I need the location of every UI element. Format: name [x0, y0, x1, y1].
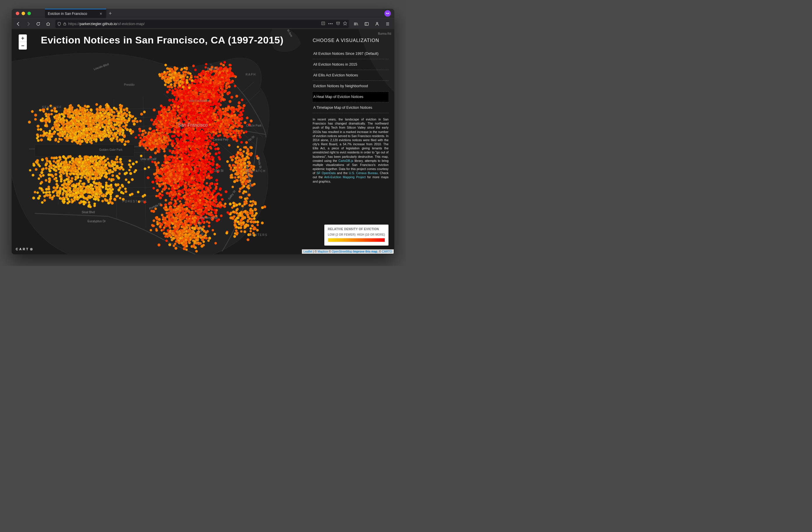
viz-option-5[interactable]: A Timelapse Map of Eviction Notices [313, 102, 389, 113]
svg-point-4836 [119, 158, 122, 161]
svg-point-5498 [92, 190, 95, 193]
svg-point-5009 [128, 169, 131, 171]
viz-option-4[interactable]: A Heat Map of Eviction Notices [313, 91, 389, 102]
link-antieviction[interactable]: Anti-Eviction Mapping Project [324, 175, 366, 179]
svg-point-3129 [191, 207, 194, 210]
back-button[interactable] [14, 19, 23, 28]
svg-point-4963 [80, 176, 83, 179]
svg-point-5887 [174, 129, 176, 131]
svg-point-5762 [150, 141, 153, 144]
svg-point-4831 [55, 166, 57, 168]
svg-point-4260 [103, 112, 106, 115]
svg-point-4576 [76, 128, 79, 131]
zoom-out-button[interactable]: − [19, 42, 27, 49]
svg-point-5747 [156, 134, 158, 136]
sidebar-toggle-icon[interactable] [362, 19, 371, 28]
pocket-icon[interactable] [336, 21, 340, 26]
svg-point-6129 [231, 174, 233, 176]
svg-point-6315 [252, 228, 255, 230]
svg-point-818 [211, 143, 214, 146]
legend-gradient [328, 238, 385, 242]
svg-point-707 [216, 167, 218, 169]
close-window-button[interactable] [16, 12, 19, 15]
svg-point-4609 [108, 134, 111, 137]
zoom-in-button[interactable]: + [19, 34, 27, 42]
svg-point-4225 [106, 104, 109, 106]
bookmark-icon[interactable] [343, 21, 347, 26]
home-button[interactable] [44, 19, 53, 28]
svg-point-5438 [83, 200, 85, 203]
link-sfopendata[interactable]: SF OpenData [317, 171, 336, 175]
menu-icon[interactable] [383, 19, 392, 28]
svg-point-5459 [53, 186, 55, 189]
svg-point-4244 [89, 116, 92, 119]
svg-point-6716 [168, 78, 170, 81]
link-leaflet[interactable]: Leaflet [304, 250, 313, 253]
svg-point-2455 [220, 113, 223, 116]
svg-point-2440 [234, 138, 237, 141]
url-bar[interactable]: https://parkerziegler.github.io/sf-evict… [55, 20, 349, 28]
new-tab-button[interactable]: + [106, 11, 114, 17]
svg-point-4030 [96, 108, 99, 111]
svg-point-6833 [188, 181, 190, 184]
svg-point-2468 [229, 129, 232, 131]
reader-mode-icon[interactable] [321, 21, 325, 26]
viz-option-0[interactable]: All Eviction Notices Since 1997 (Default… [313, 48, 389, 59]
lock-icon[interactable] [63, 22, 67, 26]
svg-point-2488 [227, 126, 230, 128]
svg-point-5168 [97, 156, 100, 159]
link-improve-map[interactable]: Improve this map [353, 250, 377, 253]
carto-logo[interactable]: CART [16, 247, 33, 251]
svg-point-2512 [232, 126, 234, 129]
link-carto[interactable]: CARTO [382, 250, 392, 253]
minimize-window-button[interactable] [21, 12, 25, 15]
svg-point-5519 [71, 194, 74, 197]
account-icon[interactable] [373, 19, 381, 28]
close-tab-button[interactable]: × [99, 11, 103, 16]
page-actions-icon[interactable]: ••• [328, 21, 333, 26]
maximize-window-button[interactable] [27, 12, 31, 15]
svg-point-5162 [105, 172, 108, 175]
svg-point-4027 [116, 110, 118, 113]
svg-point-5014 [50, 157, 53, 159]
svg-point-5443 [53, 195, 55, 197]
svg-point-6321 [229, 203, 232, 206]
svg-point-1601 [187, 116, 190, 119]
map-viewport[interactable]: Presidio SEA CLIFF Golden Gate Park Orac… [12, 29, 394, 254]
svg-point-6676 [185, 71, 188, 73]
browser-tab[interactable]: Eviction in San Francisco × [45, 9, 106, 18]
svg-point-4797 [69, 161, 71, 163]
svg-point-5151 [39, 165, 41, 168]
library-icon[interactable] [352, 19, 361, 28]
svg-point-4918 [66, 172, 69, 175]
svg-point-6571 [203, 236, 206, 239]
viz-option-1[interactable]: All Eviction Notices in 2015 [313, 59, 389, 70]
svg-point-6372 [241, 205, 244, 207]
svg-point-5461 [142, 195, 144, 198]
link-mapbox[interactable]: Mapbox [318, 250, 328, 253]
viz-option-3[interactable]: Eviction Notices by Neighborhood [313, 81, 389, 91]
tracking-protection-icon[interactable] [57, 22, 61, 26]
svg-point-5955 [153, 109, 156, 112]
link-census[interactable]: U.S. Census Bureau [349, 171, 378, 175]
svg-point-6117 [246, 186, 249, 188]
svg-point-4587 [89, 133, 91, 135]
svg-point-2503 [229, 119, 232, 122]
svg-point-3441 [164, 203, 167, 206]
svg-point-5989 [170, 122, 172, 125]
svg-point-6628 [186, 76, 188, 78]
svg-point-7009 [153, 187, 155, 190]
viz-option-2[interactable]: All Ellis Act Eviction Notices [313, 70, 389, 81]
link-cartodb[interactable]: CartoDB.js [338, 159, 353, 162]
svg-point-3565 [196, 216, 199, 218]
svg-point-5771 [164, 145, 167, 148]
reload-button[interactable] [34, 19, 43, 28]
link-osm[interactable]: OpenStreetMap [332, 250, 352, 253]
svg-point-5099 [74, 176, 77, 178]
svg-point-1577 [186, 121, 188, 124]
svg-point-6503 [214, 242, 217, 244]
svg-point-7058 [163, 188, 165, 190]
svg-point-926 [201, 165, 204, 168]
svg-point-4528 [59, 134, 61, 138]
forward-button[interactable] [24, 19, 33, 28]
